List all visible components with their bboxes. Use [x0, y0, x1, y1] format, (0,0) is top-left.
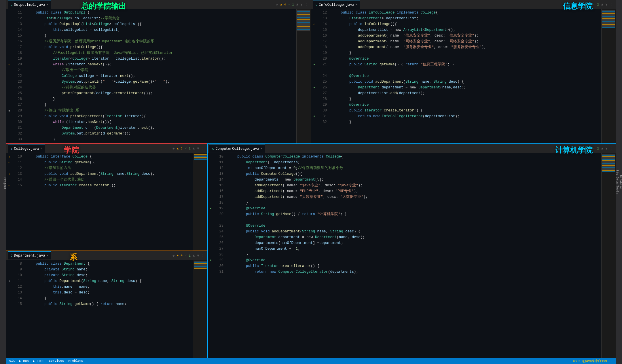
right-sidebar[interactable]: Database Big Data Tools Notifications	[616, 0, 622, 364]
nav-down[interactable]: ∨	[197, 254, 199, 257]
tab-actions-college: ⊘ ▲ 6 ✓ 1 ∧ ∨ ⋮	[172, 147, 206, 150]
check-count: ✓ 1	[185, 147, 191, 150]
warning-count: ▲ 4	[585, 3, 591, 6]
gutter-college: ◁ ◁ ◁ ◁	[6, 153, 12, 251]
tab-label: Department.java	[14, 254, 45, 258]
edit-icon: ⊘	[172, 254, 175, 257]
nav-up[interactable]: ∧	[193, 147, 195, 150]
warning-count: ▲ 4	[280, 3, 286, 6]
tab-label: InfoColleage.java	[319, 3, 354, 7]
nav-up[interactable]: ∧	[601, 3, 603, 6]
computer-code[interactable]: public class ComputerColleage implements…	[226, 153, 601, 358]
more-actions[interactable]: ⋮	[610, 3, 613, 6]
tab-actions-dept: ⊘ ▲ 4 ✓ 1 ∧ ∨ ⋮	[172, 254, 206, 257]
gutter-left: ◁ @	[6, 9, 12, 143]
edit-icon: ⊘	[581, 147, 583, 150]
services-button[interactable]: Services	[49, 359, 64, 363]
warning-count: ▲ 4	[177, 254, 183, 257]
department-tab-bar: C Department.java × ⊘ ▲ 4 ✓ 1 ∧ ∨ ⋮	[6, 251, 207, 260]
tab-actions-info: ⊘ ▲ 4 ✓ 2 ∧ ∨ ⋮	[581, 3, 614, 6]
close-icon[interactable]: ×	[40, 147, 42, 150]
sidebar-bigdata[interactable]: Big Data Tools	[616, 170, 619, 194]
tab-label: ComputerColleage.java	[216, 147, 259, 151]
check-count: ✓ 2	[593, 3, 599, 6]
java-icon: C	[11, 254, 13, 257]
more-actions[interactable]: ⋮	[610, 147, 613, 150]
department-tab[interactable]: C Department.java ×	[8, 251, 51, 259]
nav-down[interactable]: ∨	[605, 147, 607, 150]
check-count: ✓ 1	[288, 3, 294, 6]
check-count: ✓ 1	[185, 254, 191, 257]
output-impl-tab-bar: C OutputImpl.java × ⊘ ▲ 4 ✓ 1 ∧ ∨ ⋮	[6, 0, 311, 9]
output-impl-tab[interactable]: C OutputImpl.java ×	[8, 1, 51, 9]
left-sidebar[interactable]: Project Bookmarks Structure	[0, 0, 6, 364]
check-count: ✓ 2	[593, 147, 599, 150]
more-actions[interactable]: ⋮	[305, 3, 308, 6]
line-numbers-computer: 1011121314 1516171819 20 232425 26272829…	[214, 153, 226, 358]
top-row: 总的学院输出 C OutputImpl.java × ⊘ ▲ 4 ✓ 1 ∧ ∨…	[6, 0, 616, 144]
bottom-left-col: 学院 I College.java × ⊘ ▲ 6 ✓ 1 ∧ ∨ ⋮	[6, 144, 208, 358]
close-icon[interactable]: ×	[356, 3, 357, 6]
tab-actions-computer: ⊘ ▲ 3 ✓ 2 ∧ ∨ ⋮	[581, 147, 614, 150]
problems-button[interactable]: Problems	[68, 359, 84, 363]
line-numbers-college: 101112131415	[12, 153, 24, 251]
line-numbers-info: 1213141516 1718192021 24252627 282930313…	[317, 9, 329, 143]
output-impl-code-area: ◁ @ 1112131415 16171	[6, 9, 311, 143]
computer-tab[interactable]: C ComputerColleage.java ×	[209, 145, 265, 153]
itodo-button[interactable]: ▶ TODO	[33, 359, 45, 363]
sidebar-project[interactable]: Project	[3, 177, 6, 189]
sidebar-database[interactable]: Database	[619, 175, 622, 189]
java-icon: C	[11, 3, 13, 7]
minimap-dept	[193, 260, 207, 358]
minimap-college	[193, 153, 207, 251]
minimap-computer	[601, 153, 616, 358]
info-code-area: ◁ ● ● ●	[311, 9, 616, 143]
nav-up[interactable]: ∧	[193, 254, 195, 257]
college-code[interactable]: public interface College { public String…	[24, 153, 193, 251]
close-icon[interactable]: ×	[47, 3, 48, 6]
edit-icon: ⊘	[172, 147, 175, 150]
college-code-area: ◁ ◁ ◁ ◁ 101112131415 public interface Co…	[6, 153, 207, 251]
computer-editor: 计算机学院 C ComputerColleage.java × ⊘ ▲ 3 ✓ …	[208, 144, 616, 358]
java-icon: C	[316, 3, 318, 7]
tab-actions: ⊘ ▲ 4 ✓ 1 ∧ ∨ ⋮	[276, 3, 309, 6]
college-tab[interactable]: I College.java ×	[8, 145, 45, 153]
run-button[interactable]: ▶ Run	[19, 359, 29, 363]
info-tab-bar: C InfoColleage.java × ⊘ ▲ 4 ✓ 2 ∧ ∨ ⋮	[311, 0, 616, 9]
line-numbers: 1112131415 1617181920 2122232425 2627282…	[12, 9, 24, 143]
nav-down[interactable]: ∨	[197, 147, 199, 150]
bottom-row: 学院 I College.java × ⊘ ▲ 6 ✓ 1 ∧ ∨ ⋮	[6, 144, 616, 358]
edit-icon: ⊘	[276, 3, 278, 6]
status-bar: Git ▶ Run ▶ TODO Services Problems CSDN …	[6, 358, 616, 364]
gutter-computer: ● ●	[208, 153, 214, 358]
nav-down[interactable]: ∨	[300, 3, 302, 6]
computer-tab-bar: C ComputerColleage.java × ⊘ ▲ 3 ✓ 2 ∧ ∨ …	[208, 144, 616, 153]
close-icon[interactable]: ×	[47, 254, 48, 257]
output-impl-code[interactable]: public class OutputImpl { List<College> …	[24, 9, 296, 143]
minimap-output	[296, 9, 311, 143]
csdn-label: CSDN @java菜小白199...	[573, 359, 613, 363]
nav-up[interactable]: ∧	[296, 3, 298, 6]
nav-up[interactable]: ∧	[601, 147, 603, 150]
gutter-info: ◁ ● ● ●	[311, 9, 317, 143]
close-icon[interactable]: ×	[261, 147, 262, 150]
college-tab-bar: I College.java × ⊘ ▲ 6 ✓ 1 ∧ ∨ ⋮	[6, 144, 207, 153]
tab-label: College.java	[14, 147, 39, 151]
gutter-dept: ◁	[6, 260, 12, 358]
java-icon: C	[212, 147, 214, 151]
info-tab[interactable]: C InfoColleage.java ×	[313, 1, 360, 9]
minimap-info	[601, 9, 616, 143]
nav-down[interactable]: ∨	[605, 3, 607, 6]
more-actions[interactable]: ⋮	[201, 147, 204, 150]
info-code[interactable]: public class InfoColleage implements Col…	[329, 9, 601, 143]
tab-label: OutputImpl.java	[14, 3, 45, 7]
git-status[interactable]: Git	[9, 359, 15, 363]
college-editor: 学院 I College.java × ⊘ ▲ 6 ✓ 1 ∧ ∨ ⋮	[6, 144, 207, 251]
warning-count: ▲ 6	[177, 147, 183, 150]
department-code[interactable]: public class Department { private String…	[24, 260, 193, 358]
output-impl-editor: 总的学院输出 C OutputImpl.java × ⊘ ▲ 4 ✓ 1 ∧ ∨…	[6, 0, 311, 143]
more-actions[interactable]: ⋮	[201, 254, 204, 257]
main-content: 总的学院输出 C OutputImpl.java × ⊘ ▲ 4 ✓ 1 ∧ ∨…	[6, 0, 616, 364]
edit-icon: ⊘	[581, 3, 583, 6]
info-colleage-editor: 信息学院 C InfoColleage.java × ⊘ ▲ 4 ✓ 2 ∧ ∨…	[311, 0, 616, 143]
